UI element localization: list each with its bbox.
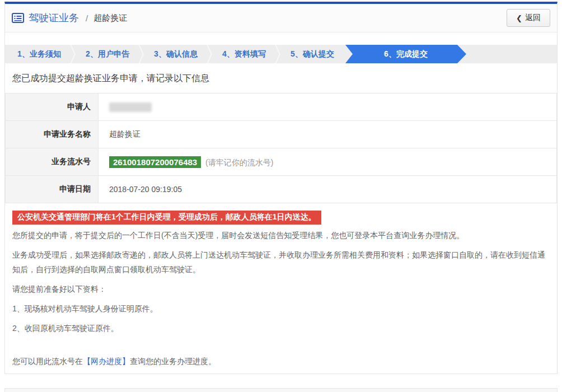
page-subtitle: 超龄换证 <box>93 13 127 24</box>
success-heading: 您已成功提交超龄换证业务申请，请记录以下信息 <box>12 73 550 85</box>
progress-line-after: 查询您的业务办理进度。 <box>130 357 216 366</box>
row-value-flow-number: 261001807200076483 (请牢记你的流水号) <box>99 148 557 176</box>
online-progress-link[interactable]: 【网办进度】 <box>83 357 130 366</box>
step-label: 3、确认信息 <box>154 49 198 59</box>
step-6-complete-submit-active: 6、完成提交 <box>345 45 466 63</box>
page-header: 驾驶证业务 / 超龄换证 ❮ 返回 <box>5 4 557 32</box>
notice-paragraph: 2、收回原机动车驾驶证原件。 <box>12 321 550 335</box>
notice-paragraph: 您所提交的申请，将于提交后的一个工作日(不含当天)受理，届时会发送短信告知受理结… <box>12 228 550 242</box>
license-list-icon <box>12 13 24 23</box>
step-3-confirm-info: 3、确认信息 <box>142 45 210 63</box>
step-label: 6、完成提交 <box>384 49 428 59</box>
breadcrumb-separator: / <box>86 13 88 23</box>
step-label: 4、资料填写 <box>222 49 266 59</box>
notice-paragraph: 1、现场核对机动车驾驶人身份证明原件。 <box>12 301 550 316</box>
step-5-confirm-submit: 5、确认提交 <box>278 45 346 63</box>
row-label: 业务流水号 <box>6 148 99 176</box>
chevron-left-icon: ❮ <box>516 14 522 22</box>
step-progress-bar: 1、业务须知 2、用户申告 3、确认信息 4、资料填写 5、确认提交 6、完成提… <box>5 45 557 63</box>
step-label: 2、用户申告 <box>86 49 129 59</box>
row-value-business-name: 超龄换证 <box>99 121 557 148</box>
flow-number-note: (请牢记你的流水号) <box>205 158 273 167</box>
processing-warning-banner: 公安机关交通管理部门将在1个工作日内受理，受理成功后，邮政人员将在1日内送达。 <box>12 211 321 225</box>
row-label: 申请人 <box>6 94 99 121</box>
footer-action-bar: 返回 <box>4 388 558 392</box>
application-info-table: 申请人 申请业务名称 超龄换证 业务流水号 261001807200076483… <box>5 93 557 203</box>
row-label: 申请业务名称 <box>6 121 99 148</box>
row-label: 申请日期 <box>6 176 99 203</box>
page-title: 驾驶证业务 <box>29 11 79 25</box>
notice-paragraph: 请您提前准备好以下资料： <box>12 282 550 296</box>
notice-text-block: 您所提交的申请，将于提交后的一个工作日(不含当天)受理，届时会发送短信告知受理结… <box>12 228 550 335</box>
table-row-applicant: 申请人 <box>6 94 557 121</box>
notice-paragraph: 业务成功受理后，如果选择邮政寄递的，邮政人员将上门送达机动车驾驶证，并收取办理业… <box>12 248 550 277</box>
table-row-business-name: 申请业务名称 超龄换证 <box>6 121 557 148</box>
row-value-applicant <box>99 94 557 121</box>
progress-query-line: 您可以用此流水号在【网办进度】查询您的业务办理进度。 <box>12 354 550 374</box>
breadcrumb: 驾驶证业务 / 超龄换证 <box>12 11 127 25</box>
table-row-flow-number: 业务流水号 261001807200076483 (请牢记你的流水号) <box>6 148 557 176</box>
progress-line-before: 您可以用此流水号在 <box>12 357 83 366</box>
step-2-user-declaration: 2、用户申告 <box>73 45 142 63</box>
step-label: 5、确认提交 <box>291 49 334 59</box>
step-4-fill-materials: 4、资料填写 <box>210 45 278 63</box>
step-label: 1、业务须知 <box>17 49 61 59</box>
main-panel: 驾驶证业务 / 超龄换证 ❮ 返回 1、业务须知 2、用户申告 3、确认信息 4… <box>4 2 558 374</box>
step-1-business-notice: 1、业务须知 <box>5 45 73 63</box>
step-bar-filler <box>466 45 557 63</box>
header-back-button[interactable]: ❮ 返回 <box>507 9 550 27</box>
row-value-apply-date: 2018-07-20 09:19:05 <box>99 176 557 203</box>
table-row-apply-date: 申请日期 2018-07-20 09:19:05 <box>6 176 557 203</box>
redacted-name-block <box>109 102 152 112</box>
header-back-label: 返回 <box>525 13 541 23</box>
flow-number-badge: 261001807200076483 <box>109 156 201 168</box>
